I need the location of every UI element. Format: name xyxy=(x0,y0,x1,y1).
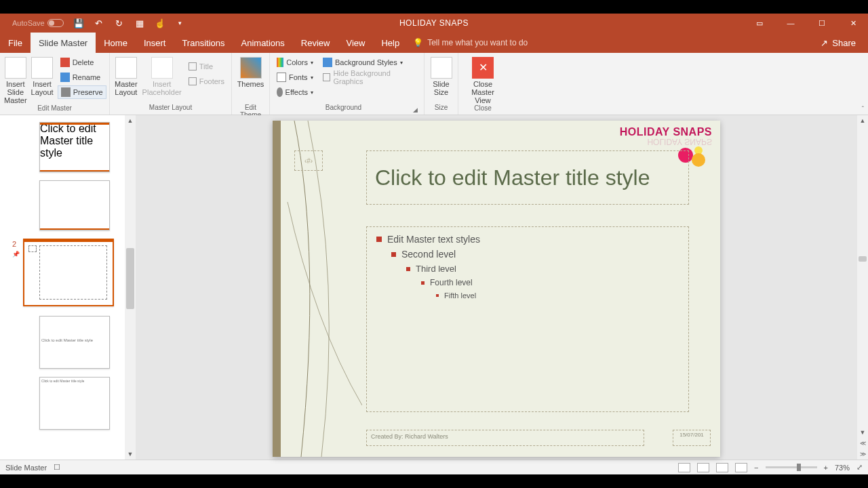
tab-help[interactable]: Help xyxy=(373,33,408,53)
insert-layout-label: Insert Layout xyxy=(31,80,54,96)
ribbon: Insert Slide Master Insert Layout Delete… xyxy=(0,53,868,115)
preserve-button[interactable]: Preserve xyxy=(58,85,106,99)
autosave-toggle[interactable]: AutoSave xyxy=(12,19,64,27)
background-styles-button[interactable]: Background Styles▾ xyxy=(320,56,420,69)
scroll-down-icon[interactable]: ▼ xyxy=(857,427,868,438)
zoom-out-icon[interactable]: − xyxy=(754,464,758,472)
layout-thumb[interactable]: Click to edit Master title style xyxy=(39,377,110,430)
slide-master-icon xyxy=(5,57,26,79)
slide-size-label: Slide Size xyxy=(429,80,454,96)
list-item: Edit Master text styles xyxy=(376,234,679,245)
zoom-level[interactable]: 73% xyxy=(835,464,850,472)
qat-more-icon[interactable]: ▾ xyxy=(175,18,186,28)
status-mode: Slide Master xyxy=(5,464,47,472)
effects-icon xyxy=(277,87,283,97)
maximize-icon[interactable]: ☐ xyxy=(807,14,837,33)
titlebar: AutoSave 💾 ↶ ↻ ▦ ☝ ▾ HOLIDAY SNAPS ▭ — ☐… xyxy=(0,14,868,33)
prev-slide-icon[interactable]: ≪ xyxy=(857,438,868,449)
bullet-icon xyxy=(376,237,382,242)
next-slide-icon[interactable]: ≫ xyxy=(857,449,868,460)
scroll-up-icon[interactable]: ▲ xyxy=(857,115,868,126)
rename-button[interactable]: Rename xyxy=(58,70,106,84)
zoom-in-icon[interactable]: + xyxy=(824,464,828,472)
save-icon[interactable]: 💾 xyxy=(73,18,84,28)
thumbnails-scrollbar[interactable]: ▲ ▼ xyxy=(125,115,136,460)
close-master-icon: ✕ xyxy=(472,57,494,79)
footer-placeholder[interactable]: Created By: Richard Walters xyxy=(366,430,644,446)
tab-view[interactable]: View xyxy=(338,33,373,53)
master-layout-button[interactable]: Master Layout xyxy=(114,56,138,96)
zoom-slider[interactable] xyxy=(766,466,817,468)
master-index: 2 xyxy=(12,240,16,248)
statusbar: Slide Master ☐ − + 73% ⤢ xyxy=(0,460,868,474)
title-checkbox: Title xyxy=(186,60,227,73)
delete-button[interactable]: Delete xyxy=(58,56,106,69)
quick-access-toolbar: 💾 ↶ ↻ ▦ ☝ ▾ xyxy=(73,18,186,28)
size-group-label: Size xyxy=(429,104,454,115)
fonts-button[interactable]: Fonts▾ xyxy=(274,70,316,84)
insert-layout-button[interactable]: Insert Layout xyxy=(31,56,54,96)
tab-transitions[interactable]: Transitions xyxy=(174,33,233,53)
tab-slide-master[interactable]: Slide Master xyxy=(31,33,96,53)
background-group-label: Background xyxy=(274,104,413,115)
tab-home[interactable]: Home xyxy=(96,33,136,53)
colors-button[interactable]: Colors▾ xyxy=(274,56,316,69)
window-title: HOLIDAY SNAPS xyxy=(399,18,469,28)
slide-sorter-icon[interactable] xyxy=(697,463,709,472)
edit-master-group-label: Edit Master xyxy=(4,104,105,115)
list-item: Fourth level xyxy=(421,278,679,287)
tab-review[interactable]: Review xyxy=(293,33,338,53)
bg-styles-icon xyxy=(323,58,332,67)
close-icon[interactable]: ✕ xyxy=(838,14,868,33)
pin-icon: 📌 xyxy=(12,251,20,258)
lightbulb-icon: 💡 xyxy=(413,38,423,47)
zoom-knob[interactable] xyxy=(797,464,801,471)
tab-file[interactable]: File xyxy=(0,33,31,53)
insert-slide-master-button[interactable]: Insert Slide Master xyxy=(4,56,27,104)
slideshow-icon[interactable] xyxy=(735,463,747,472)
themes-button[interactable]: Themes xyxy=(236,56,265,88)
ribbon-display-icon[interactable]: ▭ xyxy=(745,14,774,33)
tell-me-search[interactable]: 💡 Tell me what you want to do xyxy=(413,33,528,53)
autosave-label: AutoSave xyxy=(12,19,45,27)
scroll-down-icon[interactable]: ▼ xyxy=(125,449,136,460)
rename-icon xyxy=(60,73,70,82)
scrollbar-thumb[interactable] xyxy=(126,248,134,309)
start-from-beginning-icon[interactable]: ▦ xyxy=(134,18,145,28)
master-layout-icon xyxy=(115,57,137,79)
bullet-icon xyxy=(436,294,439,297)
reading-view-icon[interactable] xyxy=(716,463,728,472)
notes-icon[interactable]: ☐ xyxy=(54,463,60,472)
slide-canvas[interactable]: HOLIDAY SNAPS HOLIDAY SNAPS ‹#› Click to… xyxy=(136,115,857,460)
body-placeholder[interactable]: Edit Master text styles Second level Thi… xyxy=(366,226,689,412)
close-group-label: Close xyxy=(462,104,503,115)
tab-animations[interactable]: Animations xyxy=(233,33,293,53)
scroll-up-icon[interactable]: ▲ xyxy=(125,115,136,126)
slide-size-icon xyxy=(431,57,452,79)
edit-theme-group-label: Edit Theme xyxy=(236,104,265,115)
slide-number-placeholder[interactable]: ‹#› xyxy=(294,150,323,171)
tab-insert[interactable]: Insert xyxy=(136,33,174,53)
layout-thumb[interactable]: Click to edit Master title style xyxy=(39,122,110,172)
delete-icon xyxy=(60,58,70,67)
touch-mode-icon[interactable]: ☝ xyxy=(155,18,165,28)
canvas-scrollbar[interactable]: ▲ ▼ ≪ ≫ xyxy=(857,115,868,460)
share-button[interactable]: ↗ Share xyxy=(808,33,868,53)
effects-button[interactable]: Effects▾ xyxy=(274,85,316,99)
background-dialog-launcher-icon[interactable]: ◢ xyxy=(413,106,420,113)
collapse-ribbon-icon[interactable]: ˆ xyxy=(862,106,864,113)
normal-view-icon[interactable] xyxy=(678,463,690,472)
close-master-view-button[interactable]: ✕ Close Master View xyxy=(462,56,503,104)
layout-thumb[interactable] xyxy=(39,180,110,230)
undo-icon[interactable]: ↶ xyxy=(94,18,104,28)
layout-thumb-selected[interactable] xyxy=(23,239,114,306)
date-placeholder[interactable]: 15/07/201 xyxy=(673,430,711,446)
slide-size-button[interactable]: Slide Size xyxy=(429,56,454,96)
fit-to-window-icon[interactable]: ⤢ xyxy=(856,463,863,472)
layout-thumb[interactable]: Click to edit Master title style xyxy=(39,316,110,369)
scrollbar-thumb[interactable] xyxy=(859,256,867,262)
redo-icon[interactable]: ↻ xyxy=(114,18,125,28)
title-placeholder[interactable]: Click to edit Master title style xyxy=(366,150,689,205)
minimize-icon[interactable]: — xyxy=(776,14,806,33)
insert-placeholder-label: Insert Placeholder xyxy=(142,80,182,96)
